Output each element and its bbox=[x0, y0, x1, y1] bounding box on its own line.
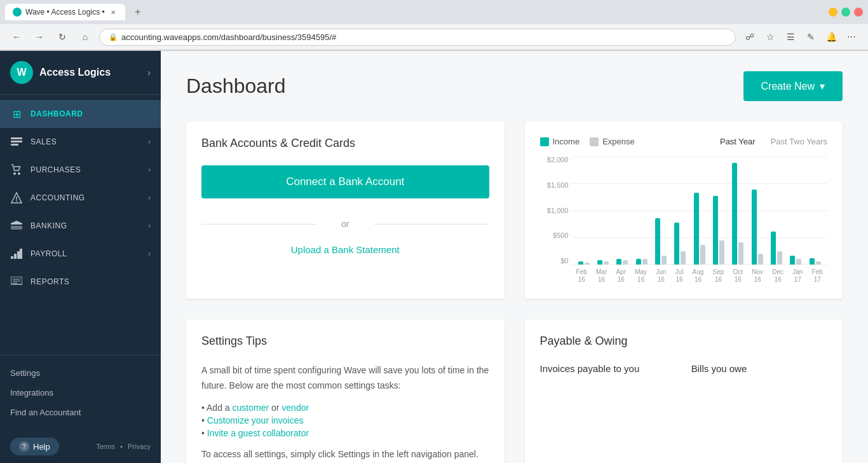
bar-group-3 bbox=[636, 259, 648, 265]
bookmark-button[interactable]: ☆ bbox=[761, 28, 779, 46]
app-container: W Access Logics › ⊞ DASHBOARD SALES › bbox=[0, 51, 868, 463]
page-title: Dashboard bbox=[186, 74, 286, 98]
reader-view-button[interactable]: ☍ bbox=[741, 28, 759, 46]
expense-bar-6 bbox=[700, 245, 705, 265]
tab-title: Wave • Access Logics • bbox=[25, 8, 105, 17]
income-expenses-card: Income Expense Past Year Past Two Years bbox=[525, 121, 843, 299]
back-button[interactable]: ← bbox=[8, 28, 25, 46]
dashboard-icon: ⊞ bbox=[10, 107, 23, 120]
payroll-expand-arrow: › bbox=[148, 249, 151, 258]
expense-legend-label: Expense bbox=[602, 137, 635, 146]
browser-toolbar: ← → ↻ ⌂ 🔒 accounting.waveapps.com/dashbo… bbox=[0, 24, 868, 50]
bills-owe-title: Bills you owe bbox=[691, 363, 827, 374]
tab-close-button[interactable]: ✕ bbox=[109, 8, 118, 17]
sidebar-collapse-chevron[interactable]: › bbox=[147, 67, 151, 78]
sidebar-item-dashboard[interactable]: ⊞ DASHBOARD bbox=[0, 100, 161, 128]
sidebar-item-payroll[interactable]: PAYROLL › bbox=[0, 240, 161, 268]
payroll-icon bbox=[10, 247, 23, 260]
url-bar[interactable]: 🔒 accounting.waveapps.com/dashboard/busi… bbox=[99, 29, 736, 46]
bank-or-divider: or bbox=[201, 219, 489, 229]
notifications-button[interactable]: 🔔 bbox=[822, 28, 840, 46]
sales-expand-arrow: › bbox=[148, 137, 151, 146]
expense-bar-11 bbox=[796, 259, 801, 265]
forward-button[interactable]: → bbox=[31, 28, 48, 46]
minimize-button[interactable] bbox=[829, 8, 837, 17]
dashboard-grid: Bank Accounts & Credit Cards Connect a B… bbox=[186, 121, 843, 463]
payable-grid: Invoices payable to you Bills you owe bbox=[540, 363, 828, 379]
company-name[interactable]: Access Logics bbox=[39, 67, 111, 78]
bank-accounts-card: Bank Accounts & Credit Cards Connect a B… bbox=[186, 121, 505, 299]
x-label-10: Dec16 bbox=[772, 268, 783, 284]
income-bar-12 bbox=[810, 258, 815, 265]
x-label-7: Sep16 bbox=[713, 268, 724, 284]
svg-rect-10 bbox=[11, 256, 13, 259]
sidebar-item-sales[interactable]: SALES › bbox=[0, 128, 161, 156]
help-button[interactable]: ? Help bbox=[10, 438, 59, 455]
bar-group-5 bbox=[674, 223, 686, 265]
close-window-button[interactable] bbox=[854, 8, 863, 17]
upload-bank-statement-link[interactable]: Upload a Bank Statement bbox=[201, 239, 489, 260]
devtools-button[interactable]: ✎ bbox=[802, 28, 820, 46]
svg-rect-13 bbox=[20, 249, 22, 259]
x-axis-labels: Feb16Mar16Apr16May16Jun16Jul16Aug16Sep16… bbox=[572, 268, 828, 284]
connect-bank-button[interactable]: Connect a Bank Account bbox=[201, 165, 489, 198]
sidebar-logo: W Access Logics bbox=[10, 61, 111, 84]
y-label-1500: $1,500 bbox=[540, 182, 569, 189]
sidebar-bottom-links: Settings Integrations Find an Accountant bbox=[0, 355, 161, 430]
settings-tips-title: Settings Tips bbox=[201, 335, 489, 348]
sidebar-item-settings[interactable]: Settings bbox=[0, 363, 161, 383]
sidebar-label-banking: BANKING bbox=[31, 221, 67, 230]
sidebar-label-purchases: PURCHASES bbox=[31, 165, 81, 174]
sidebar-item-find-accountant[interactable]: Find an Accountant bbox=[0, 403, 161, 422]
invite-collaborator-link[interactable]: Invite a guest collaborator bbox=[207, 428, 309, 438]
privacy-link[interactable]: Privacy bbox=[128, 443, 151, 450]
banking-icon bbox=[10, 219, 23, 232]
expense-bar-3 bbox=[642, 259, 648, 265]
income-bar-1 bbox=[597, 260, 602, 265]
sidebar-item-banking[interactable]: BANKING › bbox=[0, 212, 161, 240]
sidebar-label-reports: REPORTS bbox=[31, 277, 69, 286]
income-bar-2 bbox=[616, 259, 621, 265]
create-new-button[interactable]: Create New ▾ bbox=[743, 71, 843, 101]
income-bar-chart: $2,000 $1,500 $1,000 $500 $0 bbox=[540, 156, 828, 284]
sidebar-item-integrations[interactable]: Integrations bbox=[0, 383, 161, 403]
y-label-2000: $2,000 bbox=[540, 156, 569, 163]
past-year-button[interactable]: Past Year bbox=[720, 137, 756, 146]
expense-bar-10 bbox=[777, 251, 782, 265]
tips-item-customize-invoices: Customize your invoices bbox=[201, 414, 489, 427]
sidebar-item-reports[interactable]: REPORTS bbox=[0, 268, 161, 296]
new-tab-button[interactable]: + bbox=[130, 4, 146, 20]
sidebar-label-sales: SALES bbox=[31, 137, 57, 146]
sidebar-item-purchases[interactable]: PURCHASES › bbox=[0, 156, 161, 184]
income-bar-3 bbox=[636, 259, 641, 265]
help-question-icon: ? bbox=[19, 441, 29, 452]
logo-letter: W bbox=[17, 67, 26, 78]
customer-link[interactable]: customer bbox=[233, 403, 269, 413]
help-label: Help bbox=[33, 442, 50, 452]
browser-tab[interactable]: Wave • Access Logics • ✕ bbox=[5, 4, 125, 20]
terms-link[interactable]: Terms bbox=[96, 443, 115, 450]
menu-button[interactable]: ☰ bbox=[782, 28, 799, 46]
x-label-3: May16 bbox=[635, 268, 647, 284]
chart-legend: Income Expense bbox=[540, 137, 635, 146]
sidebar-item-accounting[interactable]: ACCOUNTING › bbox=[0, 184, 161, 212]
sales-icon bbox=[10, 135, 23, 148]
maximize-button[interactable] bbox=[841, 8, 850, 17]
settings-tips-outro: To access all settings, simply click Set… bbox=[201, 447, 489, 462]
more-button[interactable]: ⋯ bbox=[843, 28, 860, 46]
bank-accounts-title: Bank Accounts & Credit Cards bbox=[201, 137, 489, 150]
x-label-12: Feb17 bbox=[812, 268, 823, 284]
browser-title-bar: Wave • Access Logics • ✕ + bbox=[0, 0, 868, 24]
x-label-8: Oct16 bbox=[733, 268, 743, 284]
svg-point-3 bbox=[13, 172, 16, 175]
reload-button[interactable]: ↻ bbox=[53, 28, 71, 46]
customize-invoices-link[interactable]: Customize your invoices bbox=[207, 415, 304, 425]
expense-bar-2 bbox=[623, 260, 628, 265]
y-axis: $2,000 $1,500 $1,000 $500 $0 bbox=[540, 156, 569, 265]
vendor-link[interactable]: vendor bbox=[281, 403, 309, 413]
income-bar-4 bbox=[655, 218, 660, 265]
past-two-years-button[interactable]: Past Two Years bbox=[771, 137, 827, 146]
banking-expand-arrow: › bbox=[148, 221, 151, 230]
main-content: Dashboard Create New ▾ Bank Accounts & C… bbox=[161, 51, 868, 463]
home-button[interactable]: ⌂ bbox=[76, 28, 94, 46]
